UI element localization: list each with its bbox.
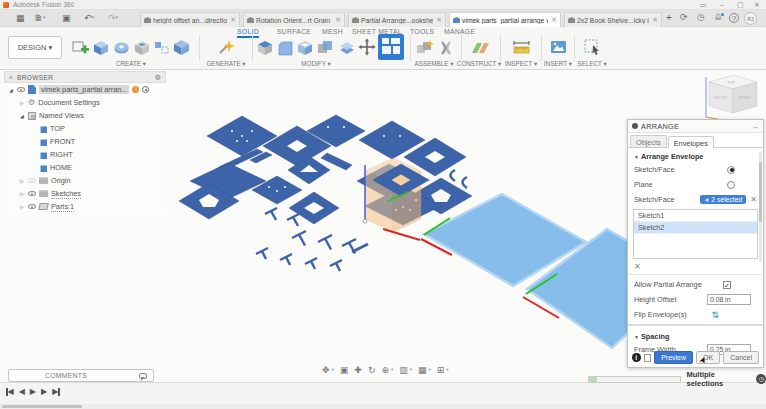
tree-arrow-icon[interactable]: ▷	[19, 204, 25, 210]
browser-row-label[interactable]: FRONT	[50, 137, 75, 146]
tab-close-icon[interactable]: ✕	[230, 16, 236, 24]
tab-envelopes[interactable]: Envelopes	[668, 136, 714, 148]
hole-icon[interactable]	[133, 39, 151, 56]
shell-icon[interactable]	[296, 39, 314, 56]
select-group-label[interactable]: SELECT ▾	[565, 60, 619, 67]
create-group-label[interactable]: CREATE ▾	[96, 60, 166, 67]
workspace-selector[interactable]: DESIGN ▾	[8, 36, 62, 59]
visibility-eye-icon[interactable]	[28, 178, 36, 183]
step-forward-button[interactable]: ▶	[41, 387, 47, 396]
browser-row[interactable]: RIGHT	[4, 148, 166, 161]
visibility-eye-icon[interactable]	[28, 191, 36, 196]
chevron-down-icon[interactable]: ▾	[446, 367, 448, 372]
zoom-icon[interactable]: ⊕	[381, 365, 389, 375]
sketch-pattern-icon[interactable]	[153, 39, 170, 56]
maximize-button[interactable]: ▢	[737, 0, 744, 10]
file-menu-icon[interactable]: 🗎▾	[34, 13, 46, 23]
generate-wand-icon[interactable]	[216, 38, 236, 56]
box-primitive-icon[interactable]	[172, 38, 191, 56]
browser-row-label[interactable]: HOME	[50, 163, 72, 172]
tab-close-icon[interactable]: ✕	[652, 16, 658, 24]
pan-icon[interactable]: ✥	[322, 365, 330, 375]
device-icon[interactable]: ▭	[700, 0, 707, 10]
select-tool-icon[interactable]	[583, 38, 602, 56]
chevron-down-icon[interactable]: ▾	[410, 367, 412, 372]
browser-header[interactable]: « BROWSER ◍	[4, 71, 166, 83]
sync-icon[interactable]: ⟳	[680, 12, 688, 22]
browser-row[interactable]: ▷Origin	[4, 174, 166, 187]
tree-arrow-icon[interactable]: ▷	[19, 178, 25, 184]
browser-options-icon[interactable]: ◍	[155, 73, 161, 81]
fillet-icon[interactable]	[276, 39, 294, 56]
measure-icon[interactable]	[511, 39, 532, 56]
browser-row-label[interactable]: TOP	[50, 124, 65, 133]
remove-envelope-icon[interactable]: ✕	[634, 262, 641, 271]
browser-row[interactable]: ▷⚙Document Settings	[4, 96, 166, 109]
dock-toggle-icon[interactable]: ↔	[752, 122, 759, 131]
chevron-down-icon[interactable]: ▾	[332, 367, 334, 372]
doc-tab-2[interactable]: Rotation Orient...rt Grain v9 v6* ✕	[243, 12, 345, 27]
tree-arrow-icon[interactable]: ▷	[19, 191, 25, 197]
revolve-icon[interactable]	[112, 39, 131, 56]
generate-group-label[interactable]: GENERATE ▾	[196, 60, 256, 67]
construct-plane-icon[interactable]	[470, 39, 491, 56]
dialog-header[interactable]: ARRANGE ↔	[628, 120, 763, 133]
chevron-down-icon[interactable]: ▾	[429, 367, 431, 372]
browser-row[interactable]: FRONT	[4, 135, 166, 148]
activate-component-icon[interactable]	[142, 86, 149, 93]
cancel-button[interactable]: Cancel	[723, 351, 759, 364]
envelope-list-item[interactable]: Sketch2	[634, 222, 757, 234]
sketch-face-radio[interactable]	[727, 166, 735, 174]
doc-tab-3[interactable]: Partial Arrange...ookshelf v8 v8* ✕	[348, 12, 446, 27]
grid-settings-icon[interactable]: ▦	[418, 365, 427, 375]
browser-row-label[interactable]: Document Settings	[38, 98, 100, 107]
browser-row[interactable]: ▷Sketches	[4, 187, 166, 200]
job-status-icon[interactable]: ◷	[756, 374, 766, 384]
comments-bar[interactable]: COMMENTS	[8, 369, 154, 382]
doc-tab-4-active[interactable]: vimek parts_partial arrange v4* ✕	[449, 12, 561, 27]
minimize-dialog-icon[interactable]	[644, 354, 652, 362]
collapse-panel-icon[interactable]: «	[9, 74, 13, 81]
visibility-eye-icon[interactable]	[28, 204, 36, 209]
modify-group-label[interactable]: MODIFY ▾	[286, 60, 346, 67]
fit-icon[interactable]: ▣	[340, 365, 349, 375]
dialog-scrollbar[interactable]	[759, 152, 762, 262]
height-offset-input[interactable]	[707, 294, 751, 305]
job-status-clock-icon[interactable]: ◷	[697, 12, 705, 22]
tab-close-icon[interactable]: ✕	[551, 16, 557, 24]
skip-to-start-button[interactable]: ◀	[6, 387, 14, 396]
new-tab-button[interactable]: +	[666, 12, 672, 23]
comment-bubble-icon[interactable]	[139, 373, 147, 379]
browser-row-label[interactable]: Named Views	[39, 111, 84, 120]
envelope-section-header[interactable]: ▼Arrange Envelope	[628, 148, 763, 162]
timeline-scrollbar[interactable]	[0, 404, 766, 409]
undo-icon[interactable]: ↶▾	[84, 13, 94, 23]
browser-row[interactable]: HOME	[4, 161, 166, 174]
combine-icon[interactable]	[316, 39, 335, 56]
press-pull-icon[interactable]	[256, 39, 274, 56]
minimize-button[interactable]: –	[720, 0, 724, 10]
browser-row[interactable]: ▷Parts:1	[4, 200, 166, 213]
browser-row-label[interactable]: vimek parts_partial arran...	[39, 85, 129, 94]
offset-face-icon[interactable]	[337, 39, 356, 56]
browser-row-label[interactable]: Sketches	[51, 189, 81, 199]
skip-to-end-button[interactable]: ▶	[52, 387, 60, 396]
tab-objects[interactable]: Objects	[630, 135, 667, 147]
help-icon[interactable]: ?	[729, 13, 739, 23]
doc-tab-5[interactable]: 2x2 Book Shelve...icky labels v5* ✕	[564, 12, 662, 27]
app-grid-icon[interactable]: ▦	[16, 13, 25, 23]
spacing-section-header[interactable]: ▼Spacing	[628, 328, 763, 342]
visibility-eye-icon[interactable]	[17, 87, 25, 92]
viewports-icon[interactable]: ⊞	[437, 365, 445, 375]
browser-row-label[interactable]: Origin	[51, 176, 70, 185]
tree-arrow-icon[interactable]: ◢	[19, 113, 25, 119]
new-component-icon[interactable]	[415, 38, 435, 56]
browser-row-label[interactable]: Parts:1	[51, 202, 74, 212]
chevron-down-icon[interactable]: ▾	[391, 367, 393, 372]
preview-button[interactable]: Preview	[654, 351, 693, 364]
doc-tab-1[interactable]: height offset an...direction v7 v5* ✕	[140, 12, 240, 27]
browser-row-label[interactable]: RIGHT	[50, 150, 73, 159]
extrude-icon[interactable]	[92, 39, 110, 56]
allow-partial-checkbox[interactable]: ✓	[723, 281, 731, 289]
free-orbit-icon[interactable]: ✚	[354, 365, 362, 375]
